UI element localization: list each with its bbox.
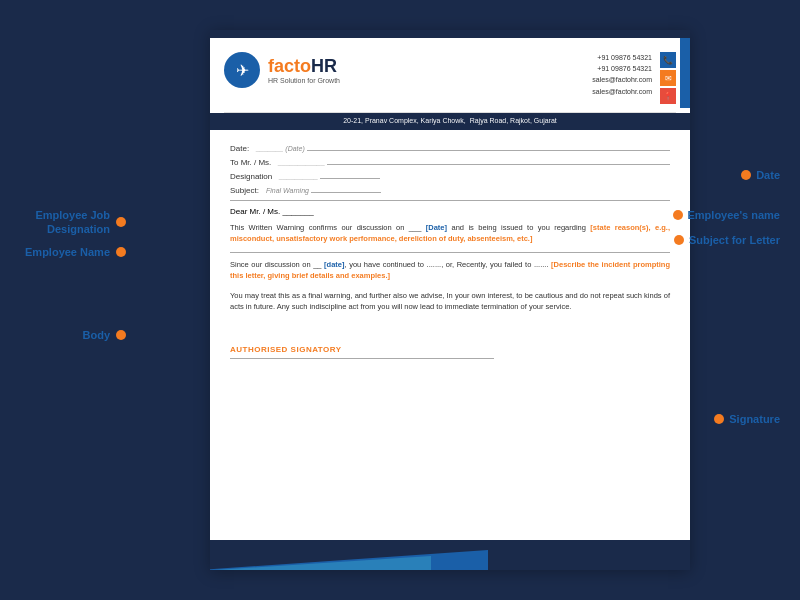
page-wrapper: Employee JobDesignation Employee Name Bo… xyxy=(20,20,780,580)
annotation-label-job: Employee JobDesignation xyxy=(20,208,110,237)
letter-content: Date: _______ (Date) To Mr. / Ms. ______… xyxy=(210,138,690,331)
annotation-dot-signature xyxy=(714,414,724,424)
to-row: To Mr. / Ms. ____________ xyxy=(230,158,670,167)
date-label: Date: xyxy=(230,144,249,153)
to-label: To Mr. / Ms. xyxy=(230,158,271,167)
para2-mid: , you have continued to ......., or, Rec… xyxy=(345,260,552,269)
date-row: Date: _______ (Date) xyxy=(230,144,670,153)
letter-footer xyxy=(210,540,690,570)
annotation-signature: Signature xyxy=(714,412,780,426)
letter-document: ✈ factoHR HR Solution for Growth +91 098… xyxy=(210,30,690,570)
subject-row: Subject: Final Warning xyxy=(230,186,670,195)
signature-line xyxy=(230,358,494,359)
paragraph-1: This Written Warning confirms our discus… xyxy=(230,222,670,245)
annotations-left: Employee JobDesignation Employee Name Bo… xyxy=(20,20,165,580)
annotation-label-date: Date xyxy=(756,168,780,182)
annotations-right: Date Employee's name Subject for Letter … xyxy=(660,20,780,580)
logo-tagline: HR Solution for Growth xyxy=(268,77,340,84)
phone2: +91 09876 54321 xyxy=(592,63,652,74)
brand-name: factoHR xyxy=(268,56,340,77)
subject-value: Final Warning xyxy=(266,187,309,194)
paragraph-2: Since our discussion on __ [date], you h… xyxy=(230,259,670,282)
salutation-text: Dear Mr. / Ms. _______ xyxy=(230,207,314,216)
to-line xyxy=(327,164,670,165)
para2-start: Since our discussion on __ xyxy=(230,260,324,269)
annotation-dot-employees-name xyxy=(673,210,683,220)
annotation-dot-job xyxy=(116,217,126,227)
designation-value: __________ xyxy=(279,173,318,180)
annotation-date: Date xyxy=(741,168,780,182)
para1-date: [Date] xyxy=(426,223,447,232)
para1-divider xyxy=(230,252,670,253)
subject-line xyxy=(311,192,381,193)
annotation-dot-body xyxy=(116,330,126,340)
phone1: +91 09876 54321 xyxy=(592,52,652,63)
email2: sales@factohr.com xyxy=(592,86,652,97)
annotation-dot-subject xyxy=(674,235,684,245)
annotation-subject-for-letter: Subject for Letter xyxy=(674,233,780,247)
logo-text: factoHR HR Solution for Growth xyxy=(268,56,340,84)
subject-divider xyxy=(230,200,670,201)
logo-area: ✈ factoHR HR Solution for Growth xyxy=(224,52,340,88)
annotation-label-body: Body xyxy=(20,328,110,342)
annotation-label-subject: Subject for Letter xyxy=(689,233,780,247)
annotation-employee-name: Employee Name xyxy=(20,245,126,259)
signature-section: AUTHORISED SIGNATORY xyxy=(210,345,690,359)
header-stripe xyxy=(210,30,690,38)
designation-line xyxy=(320,178,380,179)
annotation-label-employees-name: Employee's name xyxy=(688,208,781,222)
salutation: Dear Mr. / Ms. _______ xyxy=(230,207,670,216)
date-line xyxy=(307,150,670,151)
annotation-body: Body xyxy=(20,328,126,342)
annotation-label-signature: Signature xyxy=(729,412,780,426)
annotation-dot-name xyxy=(116,247,126,257)
annotation-employee-job-designation: Employee JobDesignation xyxy=(20,208,126,237)
address-bar: 20-21, Pranav Complex, Kariya Chowk, Raj… xyxy=(210,113,690,130)
paragraph-3: You may treat this as a final warning, a… xyxy=(230,290,670,313)
annotation-employees-name: Employee's name xyxy=(673,208,781,222)
email1: sales@factohr.com xyxy=(592,74,652,85)
designation-label: Designation xyxy=(230,172,272,181)
para1-start: This Written Warning confirms our discus… xyxy=(230,223,426,232)
contact-info: +91 09876 54321 +91 09876 54321 sales@fa… xyxy=(592,52,652,97)
subject-label: Subject: xyxy=(230,186,259,195)
signatory-label: AUTHORISED SIGNATORY xyxy=(230,345,670,354)
annotation-dot-date xyxy=(741,170,751,180)
para1-mid: and is being issued to you regarding xyxy=(447,223,590,232)
annotation-label-name: Employee Name xyxy=(20,245,110,259)
to-value: ____________ xyxy=(278,159,325,166)
para2-date: [date] xyxy=(324,260,344,269)
logo-icon: ✈ xyxy=(224,52,260,88)
letter-header: ✈ factoHR HR Solution for Growth +91 098… xyxy=(210,38,690,112)
designation-row: Designation __________ xyxy=(230,172,670,181)
date-value: _______ (Date) xyxy=(256,145,305,152)
